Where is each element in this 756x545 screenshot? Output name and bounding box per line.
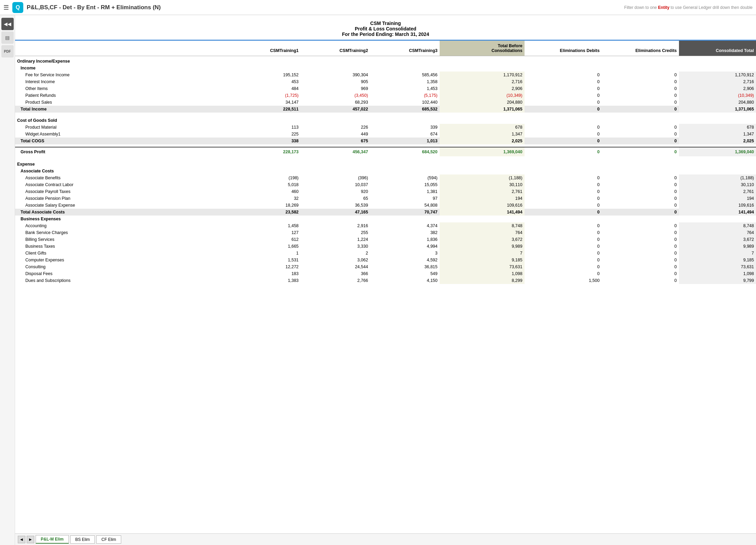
row-value: (594) [370,174,440,181]
row-value: 0 [525,72,602,78]
row-value: (198) [231,174,301,181]
row-label: Product Material [15,124,231,131]
row-value: 585,456 [370,72,440,78]
row-value: 1,347 [679,131,756,138]
row-value: 70,747 [370,209,440,216]
row-value: 1,224 [301,236,370,243]
row-value: 0 [525,85,602,92]
row-value: 338 [231,138,301,144]
row-value: 0 [525,78,602,85]
row-value: 3,672 [440,236,525,243]
grid-button[interactable]: ▤ [1,31,14,44]
row-value: 7 [679,250,756,257]
table-row: Disposal Fees1833665491,098001,098 [15,270,756,277]
row-value: 3,672 [679,236,756,243]
table-row: Ordinary Income/Expense [15,56,756,65]
subsection-label: Associate Costs [15,168,756,174]
row-value: 1,665 [231,243,301,250]
row-value: 12,272 [231,263,301,270]
row-value: 113 [231,124,301,131]
row-label: Total Associate Costs [15,209,231,216]
row-value: 3,062 [301,257,370,263]
row-value: 23,582 [231,209,301,216]
row-value: 0 [525,229,602,236]
row-value: 549 [370,270,440,277]
row-value: 1,531 [231,257,301,263]
bottom-tabs: ◀ ▶ P&L-M Elim BS Elim CF Elim [15,533,756,545]
tab-pl-m-elim[interactable]: P&L-M Elim [36,535,69,544]
row-value: 73,631 [679,263,756,270]
row-value: 141,494 [440,209,525,216]
row-value: (10,349) [440,92,525,99]
hamburger-icon[interactable]: ☰ [3,4,9,11]
tab-bs-elim[interactable]: BS Elim [70,535,95,544]
row-value: 1,369,040 [679,147,756,156]
tab-prev-button[interactable]: ◀ [18,536,25,543]
row-value: (1,188) [440,174,525,181]
table-row: Product Material11322633967800678 [15,124,756,131]
row-value: 2,716 [440,78,525,85]
row-value: 1,170,912 [679,72,756,78]
table-row: Expense [15,159,756,168]
row-value: 3,330 [301,243,370,250]
row-value: 2,761 [440,188,525,195]
row-value: 24,544 [301,263,370,270]
row-value: 1,347 [440,131,525,138]
row-value: 0 [602,85,679,92]
table-row: Consulting12,27224,54436,81573,6310073,6… [15,263,756,270]
row-value: 32 [231,195,301,202]
row-value: 68,293 [301,99,370,106]
row-value: 678 [440,124,525,131]
row-value: (10,349) [679,92,756,99]
row-value: 0 [602,72,679,78]
col3-header: CSMTraining3 [370,41,440,56]
row-value: 0 [602,174,679,181]
row-value: 1,170,912 [440,72,525,78]
table-header-row: CSMTraining1 CSMTraining2 CSMTraining3 T… [15,41,756,56]
row-label: Associate Payroll Taxes [15,188,231,195]
app-logo: Q [12,2,23,13]
row-value: 0 [525,250,602,257]
row-value: 0 [525,124,602,131]
row-value: 0 [525,99,602,106]
row-value: 127 [231,229,301,236]
tab-next-button[interactable]: ▶ [27,536,34,543]
row-value: 0 [602,131,679,138]
row-value: 225 [231,131,301,138]
table-row: Computer Expenses1,5313,0624,5929,185009… [15,257,756,263]
row-value: 0 [525,106,602,113]
table-row: Interest Income4539051,3582,716002,716 [15,78,756,85]
row-value: 1,371,065 [440,106,525,113]
row-value: 9,989 [679,243,756,250]
row-value: 2,906 [440,85,525,92]
row-value: 0 [525,270,602,277]
app-header: ☰ Q P&L,BS,CF - Det - By Ent - RM + Elim… [0,0,756,15]
row-label: Total COGS [15,138,231,144]
row-value: 0 [602,243,679,250]
row-value: 0 [525,131,602,138]
section-label: Ordinary Income/Expense [15,56,756,65]
row-label: Computer Expenses [15,257,231,263]
table-row: Billing Services6121,2241,8363,672003,67… [15,236,756,243]
table-row: Product Sales34,14768,293102,440204,8800… [15,99,756,106]
pdf-button[interactable]: PDF [1,45,14,57]
row-value: 0 [525,202,602,209]
row-value: 97 [370,195,440,202]
row-value: 0 [602,195,679,202]
table-row: Client Gifts1237007 [15,250,756,257]
rewind-button[interactable]: ◀◀ [1,18,14,30]
row-value: 4,374 [370,222,440,229]
row-value: 141,494 [679,209,756,216]
row-value: 0 [525,209,602,216]
row-value: 484 [231,85,301,92]
col6-header: Eliminations Credits [602,41,679,56]
row-value: 0 [525,92,602,99]
row-value: 764 [440,229,525,236]
row-value: 2,025 [440,138,525,144]
row-value: 9,989 [440,243,525,250]
row-value: 1,453 [370,85,440,92]
row-label: Accounting [15,222,231,229]
row-value: 1,098 [440,270,525,277]
table-row: Associate Contract Labor5,01810,03715,05… [15,181,756,188]
tab-cf-elim[interactable]: CF Elim [96,535,121,544]
